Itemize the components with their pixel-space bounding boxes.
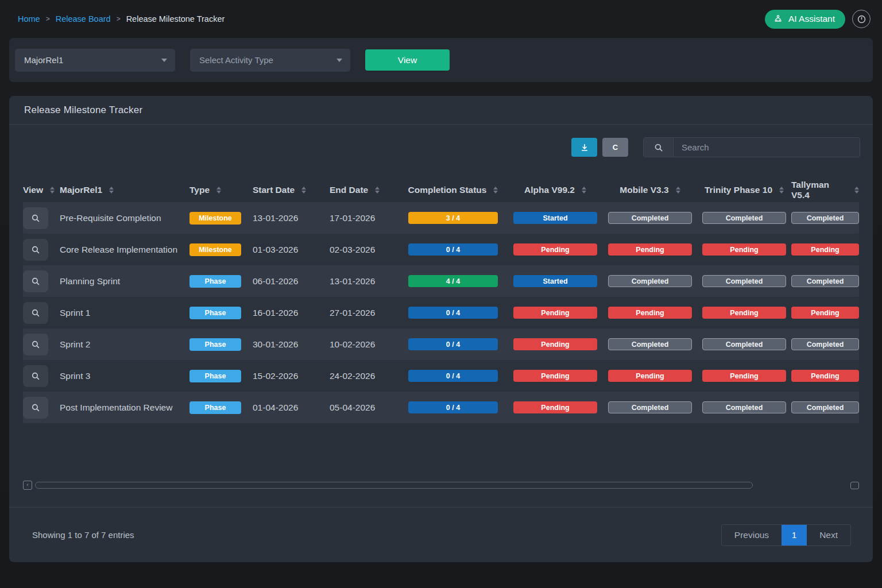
activity-type-select[interactable]: Select Activity Type — [190, 49, 350, 72]
milestone-tracker-panel: Release Milestone Tracker C — [9, 96, 873, 562]
type-badge: Milestone — [189, 212, 241, 225]
env-status-badge: Completed — [791, 338, 859, 350]
row-end-date: 17-01-2026 — [330, 213, 399, 223]
next-page-button[interactable]: Next — [807, 525, 850, 546]
column-header-trinity-phase-10[interactable]: Trinity Phase 10 — [697, 178, 791, 202]
row-view-button[interactable] — [23, 207, 48, 229]
sort-icon — [582, 187, 586, 194]
row-view-button[interactable] — [23, 334, 48, 355]
panel-title: Release Milestone Tracker — [24, 105, 142, 116]
row-status-cell: Pending — [508, 370, 603, 382]
row-status-cell: Started — [508, 212, 603, 224]
history-button[interactable] — [852, 10, 871, 28]
env-status-badge: Started — [513, 212, 597, 224]
breadcrumb-separator: > — [46, 15, 50, 23]
row-start-date: 30-01-2026 — [253, 339, 330, 350]
panel-header: Release Milestone Tracker — [9, 96, 873, 125]
page-number-button[interactable]: 1 — [782, 525, 807, 546]
table-row: Post Implementation Review Phase 01-04-2… — [23, 392, 859, 423]
row-status-cell: Completed — [791, 338, 859, 350]
column-label: Mobile V3.3 — [620, 185, 668, 195]
row-start-date: 15-02-2026 — [253, 371, 330, 381]
column-header-type[interactable]: Type — [189, 178, 253, 202]
row-end-date: 10-02-2026 — [330, 339, 399, 350]
previous-page-button[interactable]: Previous — [722, 525, 782, 546]
scrollbar-corner[interactable] — [850, 482, 859, 489]
sort-icon — [216, 187, 221, 194]
chevron-down-icon — [161, 59, 167, 62]
row-name: Sprint 1 — [60, 308, 189, 318]
view-button[interactable]: View — [365, 49, 450, 71]
row-view-button[interactable] — [23, 239, 48, 261]
env-status-badge: Pending — [608, 370, 692, 382]
row-type-cell: Milestone — [189, 212, 253, 225]
row-view-button[interactable] — [23, 365, 48, 387]
scrollbar-left-button[interactable]: ‹ — [23, 481, 32, 490]
column-label: View — [23, 185, 43, 195]
env-status-badge: Completed — [791, 275, 859, 287]
row-name: Sprint 3 — [60, 371, 189, 381]
chevron-down-icon — [336, 59, 342, 62]
table-header-row: ViewMajorRel1TypeStart DateEnd DateCompl… — [23, 178, 859, 202]
env-status-badge: Pending — [702, 307, 786, 319]
env-status-badge: Completed — [608, 275, 692, 287]
env-status-badge: Pending — [791, 307, 859, 319]
scrollbar-thumb[interactable] — [35, 482, 753, 489]
column-header-tallyman-v5-4[interactable]: Tallyman V5.4 — [791, 178, 859, 202]
ai-assistant-label: AI Assistant — [788, 14, 835, 24]
row-status-cell: Pending — [697, 307, 791, 319]
column-header-completion-status[interactable]: Completion Status — [399, 178, 508, 202]
row-start-date: 01-03-2026 — [253, 245, 330, 255]
row-view-cell — [23, 365, 60, 387]
release-select-value: MajorRel1 — [24, 55, 63, 65]
row-view-button[interactable] — [23, 302, 48, 324]
env-status-badge: Completed — [608, 401, 692, 413]
row-status-cell: Pending — [603, 243, 697, 256]
copy-button[interactable]: C — [602, 138, 628, 157]
env-status-badge: Completed — [791, 212, 859, 224]
row-completion-cell: 0 / 4 — [399, 338, 508, 350]
env-status-badge: Started — [513, 275, 597, 287]
completion-status-badge: 0 / 4 — [408, 338, 498, 350]
completion-status-badge: 0 / 4 — [408, 307, 498, 319]
ai-assistant-button[interactable]: AI Assistant — [765, 10, 845, 29]
row-type-cell: Phase — [189, 338, 253, 351]
row-start-date: 16-01-2026 — [253, 308, 330, 318]
row-status-cell: Started — [508, 275, 603, 287]
row-view-cell — [23, 239, 60, 261]
robot-icon — [773, 14, 783, 24]
entries-summary: Showing 1 to 7 of 7 entries — [32, 530, 134, 540]
column-header-view[interactable]: View — [23, 178, 60, 202]
download-button[interactable] — [571, 138, 597, 157]
env-status-badge: Pending — [513, 307, 597, 319]
row-view-button[interactable] — [23, 397, 48, 419]
column-label: Type — [189, 185, 210, 195]
sort-icon — [676, 187, 680, 194]
column-header-majorrel1[interactable]: MajorRel1 — [60, 178, 189, 202]
row-status-cell: Pending — [508, 401, 603, 413]
column-label: Start Date — [253, 185, 295, 195]
column-label: Tallyman V5.4 — [791, 180, 848, 200]
breadcrumb-home[interactable]: Home — [18, 14, 40, 24]
row-status-cell: Pending — [508, 338, 603, 350]
row-end-date: 27-01-2026 — [330, 308, 399, 318]
release-select[interactable]: MajorRel1 — [15, 49, 175, 72]
column-header-alpha-v99-2[interactable]: Alpha V99.2 — [508, 178, 603, 202]
column-header-mobile-v3-3[interactable]: Mobile V3.3 — [603, 178, 697, 202]
row-view-button[interactable] — [23, 270, 48, 292]
sort-icon — [493, 187, 498, 194]
env-status-badge: Pending — [702, 370, 786, 382]
row-status-cell: Pending — [603, 370, 697, 382]
sort-icon — [854, 187, 859, 194]
column-header-end-date[interactable]: End Date — [330, 178, 399, 202]
table-row: Sprint 3 Phase 15-02-2026 24-02-2026 0 /… — [23, 360, 859, 392]
type-badge: Phase — [189, 370, 241, 382]
row-completion-cell: 3 / 4 — [399, 212, 508, 224]
row-completion-cell: 0 / 4 — [399, 307, 508, 319]
sort-icon — [109, 187, 114, 194]
search-input[interactable] — [674, 142, 860, 152]
row-end-date: 13-01-2026 — [330, 276, 399, 287]
table-body: Pre-Requisite Completion Milestone 13-01… — [23, 202, 859, 423]
breadcrumb-release-board[interactable]: Release Board — [56, 14, 111, 24]
column-header-start-date[interactable]: Start Date — [253, 178, 330, 202]
